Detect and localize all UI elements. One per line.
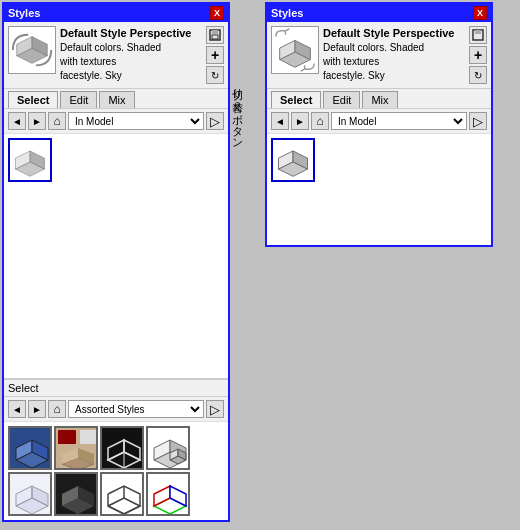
tabs-row-left: Select Edit Mix [4, 89, 228, 109]
style-info-right: Default Style Perspective Default colors… [323, 26, 465, 83]
close-button-left[interactable]: X [210, 6, 224, 20]
header-buttons-left: + ↻ [206, 26, 224, 84]
tab-mix-left[interactable]: Mix [99, 91, 134, 108]
svg-rect-1 [212, 30, 218, 34]
header-buttons-right: + ↻ [469, 26, 487, 84]
style-name-left: Default Style Perspective [60, 26, 202, 41]
add-style-button-left[interactable]: + [206, 46, 224, 64]
style-thumb-4[interactable] [146, 426, 190, 470]
inmodel-content-left [4, 134, 228, 378]
panel-header-left: Default Style Perspective Default colors… [4, 22, 228, 89]
home-button-assorted[interactable]: ⌂ [48, 400, 66, 418]
style-desc1-left: Default colors. Shaded [60, 41, 202, 55]
model-dropdown-right[interactable]: In Model [331, 112, 467, 130]
panel-title-left: Styles [8, 7, 40, 19]
forward-button-assorted[interactable]: ► [28, 400, 46, 418]
titlebar-right: Styles X [267, 4, 491, 22]
forward-button-right[interactable]: ► [291, 112, 309, 130]
style-thumb-6[interactable] [54, 472, 98, 516]
assorted-grid [4, 422, 228, 520]
style-desc2-left: with textures [60, 55, 202, 69]
titlebar-left: Styles X [4, 4, 228, 22]
style-desc3-left: facestyle. Sky [60, 69, 202, 83]
svg-rect-6 [58, 430, 76, 444]
style-name-right: Default Style Perspective [323, 26, 465, 41]
tab-mix-right[interactable]: Mix [362, 91, 397, 108]
back-button-right[interactable]: ◄ [271, 112, 289, 130]
select-section-left: Select ◄ ► ⌂ Assorted Styles ▷ [4, 378, 228, 520]
refresh-button-right[interactable]: ↻ [469, 66, 487, 84]
toolbar-inmodel-left: ◄ ► ⌂ In Model ▷ [4, 109, 228, 134]
forward-button-left[interactable]: ► [28, 112, 46, 130]
style-thumb-3[interactable] [100, 426, 144, 470]
styles-panel-right: Styles X Default Style Perspective Defau… [265, 2, 493, 247]
add-style-button-right[interactable]: + [469, 46, 487, 64]
style-desc3-right: facestyle. Sky [323, 69, 465, 83]
refresh-button-left[interactable]: ↻ [206, 66, 224, 84]
inmodel-grid-right [267, 134, 491, 245]
tabs-row-right: Select Edit Mix [267, 89, 491, 109]
home-button-left[interactable]: ⌂ [48, 112, 66, 130]
nav-right-button-right[interactable]: ▷ [469, 112, 487, 130]
svg-rect-22 [475, 30, 481, 34]
style-thumb-2[interactable] [54, 426, 98, 470]
style-info-left: Default Style Perspective Default colors… [60, 26, 202, 83]
model-dropdown-left[interactable]: In Model [68, 112, 204, 130]
style-desc2-right: with textures [323, 55, 465, 69]
save-style-button-left[interactable] [206, 26, 224, 44]
style-thumb-1[interactable] [8, 426, 52, 470]
panel-title-right: Styles [271, 7, 303, 19]
styles-panel-left: Styles X Default Style Perspective Defau… [2, 2, 230, 522]
style-thumb-8[interactable] [146, 472, 190, 516]
style-preview-right [271, 26, 319, 74]
select-label-left: Select [4, 380, 228, 397]
style-desc1-right: Default colors. Shaded [323, 41, 465, 55]
back-button-assorted[interactable]: ◄ [8, 400, 26, 418]
svg-rect-2 [212, 35, 218, 39]
tab-edit-right[interactable]: Edit [323, 91, 360, 108]
toolbar-assorted-left: ◄ ► ⌂ Assorted Styles ▷ [4, 397, 228, 422]
assorted-dropdown-left[interactable]: Assorted Styles [68, 400, 204, 418]
style-thumb-inmodel-right[interactable] [271, 138, 315, 182]
panel-header-right: Default Style Perspective Default colors… [267, 22, 491, 89]
close-button-right[interactable]: X [473, 6, 487, 20]
nav-right-assorted[interactable]: ▷ [206, 400, 224, 418]
back-button-left[interactable]: ◄ [8, 112, 26, 130]
svg-rect-7 [80, 430, 98, 444]
annotation-text: 切り替えボタン [230, 80, 245, 144]
tab-select-right[interactable]: Select [271, 91, 321, 108]
inmodel-grid-left [4, 134, 228, 378]
style-preview-left [8, 26, 56, 74]
home-button-right[interactable]: ⌂ [311, 112, 329, 130]
style-thumb-inmodel[interactable] [8, 138, 52, 182]
style-thumb-7[interactable] [100, 472, 144, 516]
save-style-button-right[interactable] [469, 26, 487, 44]
tab-select-left[interactable]: Select [8, 91, 58, 108]
toolbar-inmodel-right: ◄ ► ⌂ In Model ▷ [267, 109, 491, 134]
style-thumb-5[interactable] [8, 472, 52, 516]
nav-right-button-left[interactable]: ▷ [206, 112, 224, 130]
tab-edit-left[interactable]: Edit [60, 91, 97, 108]
